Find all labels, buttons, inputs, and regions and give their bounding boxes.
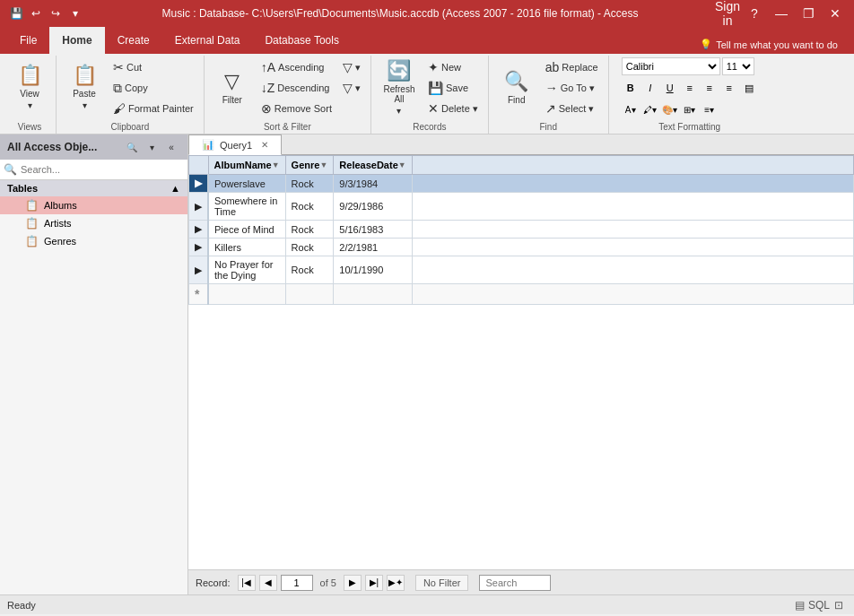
ascending-button[interactable]: ↑A Ascending [257,57,336,77]
descending-button[interactable]: ↓Z Descending [257,78,336,98]
filter-options-button[interactable]: ▽ ▾ [338,57,365,77]
font-size-select[interactable]: 11 [722,57,754,75]
cell-genre[interactable]: Rock [285,221,334,239]
cell-releasedate[interactable]: 10/1/1990 [334,256,412,284]
sign-in-btn[interactable]: Sign in [716,4,739,22]
paste-button[interactable]: 📋 Paste ▾ [62,57,107,117]
bold-button[interactable]: B [622,79,640,97]
new-cell-albumname[interactable] [208,284,285,305]
table-row[interactable]: ▶ Killers Rock 2/2/1981 [189,239,854,256]
prev-record-btn[interactable]: ◀ [259,575,277,591]
filter-button[interactable]: ▽ Filter [210,57,255,117]
table-row[interactable]: ▶ Powerslave Rock 9/3/1984 [189,175,854,193]
record-actions: ✦ New 💾 Save ✕ Delete ▾ [423,57,483,118]
tab-create[interactable]: Create [105,27,162,54]
select-button[interactable]: ↗ Select ▾ [541,99,603,118]
cell-albumname[interactable]: No Prayer for the Dying [208,256,285,284]
grid-lines-button[interactable]: ⊞▾ [681,100,699,118]
save-qa-btn[interactable]: 💾 [7,4,25,22]
record-search-input[interactable] [479,575,551,591]
query-tab-query1[interactable]: 📊 Query1 ✕ [188,134,282,155]
cell-releasedate[interactable]: 2/2/1981 [334,239,412,256]
refresh-all-button[interactable]: 🔄 Refresh All ▾ [377,57,422,117]
new-cell-genre[interactable] [285,284,334,305]
new-cell-releasedate[interactable] [334,284,412,305]
window-title: Music : Database- C:\Users\Fred\Document… [84,7,716,20]
align-center-button[interactable]: ≡ [701,79,719,97]
nav-item-albums[interactable]: 📋 Albums [0,196,187,214]
customize-qa-btn[interactable]: ▾ [66,4,84,22]
font-select[interactable]: Calibri [622,57,720,75]
filter-icon-releasedate[interactable]: ▼ [398,161,406,169]
underline-button[interactable]: U [661,79,679,97]
last-record-btn[interactable]: ▶| [365,575,383,591]
save-record-button[interactable]: 💾 Save [423,78,483,98]
table-row[interactable]: ▶ Somewhere in Time Rock 9/29/1986 [189,193,854,221]
font-color-button[interactable]: A▾ [622,100,640,118]
view-button[interactable]: 📋 View ▾ [9,57,50,117]
cut-button[interactable]: ✂ Cut [109,57,198,77]
nav-search-btn[interactable]: 🔍 [123,138,141,156]
query-tab-close[interactable]: ✕ [261,140,268,150]
nav-search-input[interactable] [21,164,184,175]
copy-button[interactable]: ⧉ Copy [109,78,198,98]
cell-albumname[interactable]: Killers [208,239,285,256]
record-number-input[interactable] [281,575,313,591]
cell-albumname[interactable]: Powerslave [208,175,285,193]
cell-genre[interactable]: Rock [285,256,334,284]
table-row[interactable]: ▶ No Prayer for the Dying Rock 10/1/1990 [189,256,854,284]
goto-button[interactable]: → Go To ▾ [541,78,603,98]
align-left-button[interactable]: ≡ [681,79,699,97]
filter-icon-albumname[interactable]: ▼ [272,161,280,169]
cell-albumname[interactable]: Piece of Mind [208,221,285,239]
col-header-genre[interactable]: Genre ▼ [285,156,334,175]
next-record-btn[interactable]: ▶ [344,575,362,591]
tab-home[interactable]: Home [49,27,104,54]
replace-button[interactable]: ab Replace [541,57,603,77]
col-header-albumname[interactable]: AlbumName ▼ [208,156,285,175]
nav-options-btn[interactable]: ▾ [143,138,161,156]
nav-item-artists[interactable]: 📋 Artists [0,214,187,232]
cell-empty [412,221,853,239]
col-header-releasedate[interactable]: ReleaseDate ▼ [334,156,412,175]
filter-icon-genre[interactable]: ▼ [319,161,327,169]
more-formatting-btn[interactable]: ▤ [740,79,758,97]
close-btn[interactable]: ✕ [824,4,847,22]
nav-item-genres[interactable]: 📋 Genres [0,232,187,250]
format-painter-button[interactable]: 🖌 Format Painter [109,99,198,118]
tab-database-tools[interactable]: Database Tools [252,27,352,54]
cell-albumname[interactable]: Somewhere in Time [208,193,285,221]
tab-file[interactable]: File [7,27,49,54]
new-record-row[interactable]: * [189,284,854,305]
delete-record-button[interactable]: ✕ Delete ▾ [423,99,483,118]
cell-releasedate[interactable]: 9/3/1984 [334,175,412,193]
restore-btn[interactable]: ❐ [797,4,820,22]
alt-row-button[interactable]: ≡▾ [701,100,719,118]
cell-releasedate[interactable]: 9/29/1986 [334,193,412,221]
cell-releasedate[interactable]: 5/16/1983 [334,221,412,239]
undo-qa-btn[interactable]: ↩ [27,4,45,22]
align-right-button[interactable]: ≡ [720,79,738,97]
remove-sort-button[interactable]: ⊗ Remove Sort [257,99,336,118]
new-record-nav-btn[interactable]: ▶✦ [387,575,405,591]
sql-view-btn[interactable]: SQL [811,598,827,612]
minimize-btn[interactable]: — [770,4,793,22]
datasheet-view-btn[interactable]: ▤ [791,598,807,612]
toggle-filter-button[interactable]: ▽ ▾ [338,78,365,98]
tab-external-data[interactable]: External Data [162,27,253,54]
nav-collapse-btn[interactable]: « [162,138,180,156]
help-btn[interactable]: ? [743,4,766,22]
tables-section-header[interactable]: Tables ▲ [0,180,187,196]
redo-qa-btn[interactable]: ↪ [47,4,65,22]
table-row[interactable]: ▶ Piece of Mind Rock 5/16/1983 [189,221,854,239]
new-record-button[interactable]: ✦ New [423,57,483,77]
find-button[interactable]: 🔍 Find [494,57,539,117]
cell-genre[interactable]: Rock [285,175,334,193]
italic-button[interactable]: I [641,79,659,97]
first-record-btn[interactable]: |◀ [238,575,256,591]
cell-genre[interactable]: Rock [285,193,334,221]
cell-genre[interactable]: Rock [285,239,334,256]
design-view-btn[interactable]: ⊡ [831,598,847,612]
background-button[interactable]: 🎨▾ [661,100,679,118]
highlight-button[interactable]: 🖍▾ [641,100,659,118]
